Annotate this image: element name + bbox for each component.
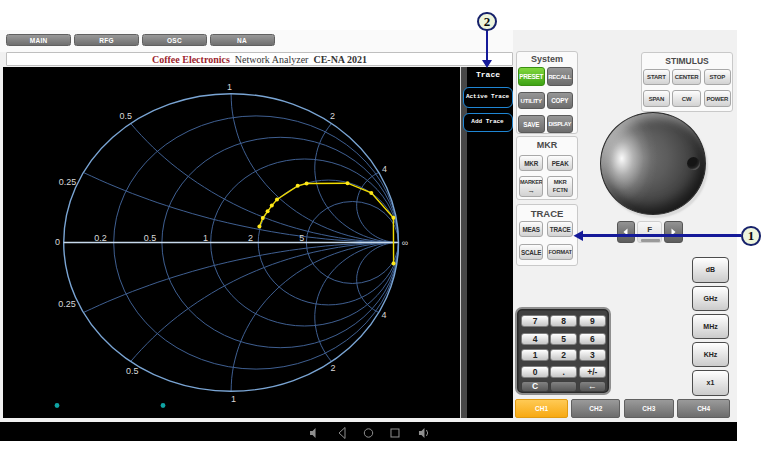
svg-text:4: 4 xyxy=(381,310,386,320)
svg-text:∞: ∞ xyxy=(402,237,408,247)
svg-text:4: 4 xyxy=(382,163,387,173)
svg-text:1: 1 xyxy=(231,394,236,404)
svg-text:0.5: 0.5 xyxy=(126,366,138,376)
svg-text:0.2: 0.2 xyxy=(94,232,107,242)
svg-text:0.25: 0.25 xyxy=(58,299,76,309)
svg-text:2: 2 xyxy=(248,233,253,243)
svg-text:0.25: 0.25 xyxy=(59,177,77,187)
svg-text:5: 5 xyxy=(299,233,304,243)
svg-text:1: 1 xyxy=(203,232,208,242)
svg-text:0: 0 xyxy=(55,237,60,247)
svg-text:2: 2 xyxy=(330,111,335,121)
svg-text:0.5: 0.5 xyxy=(144,232,157,242)
svg-text:1: 1 xyxy=(227,81,232,91)
svg-text:0.5: 0.5 xyxy=(119,110,131,120)
svg-text:2: 2 xyxy=(330,363,335,373)
